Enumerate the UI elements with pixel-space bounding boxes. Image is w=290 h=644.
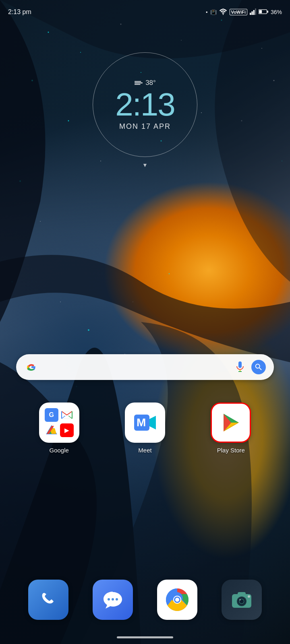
playstore-label: Play Store	[217, 447, 245, 454]
svg-point-43	[108, 598, 110, 601]
clock-date: MON 17 APR	[119, 122, 171, 131]
google-icon: G	[39, 402, 79, 443]
google-label: Google	[49, 447, 68, 454]
playstore-triangle	[219, 411, 243, 435]
phone-svg	[38, 590, 58, 610]
status-bar: 2:13 pm • 📳 VoWiFi	[0, 0, 290, 24]
chrome-svg	[164, 586, 191, 613]
playstore-icon	[211, 402, 251, 443]
app-phone[interactable]	[28, 580, 68, 620]
svg-rect-31	[267, 10, 268, 12]
wind-icon	[134, 80, 143, 86]
messages-icon	[93, 580, 133, 620]
svg-rect-26	[250, 12, 251, 14]
signal-icon	[250, 8, 256, 16]
svg-point-50	[175, 598, 179, 602]
svg-rect-52	[238, 592, 246, 596]
clock-chevron: ▼	[142, 162, 148, 168]
battery-icon	[259, 9, 268, 16]
svg-rect-27	[251, 11, 253, 15]
meet-label: Meet	[138, 447, 151, 454]
svg-text:M: M	[137, 416, 146, 429]
temperature: 38°	[145, 79, 156, 87]
mic-icon	[235, 361, 245, 373]
svg-rect-29	[255, 8, 256, 15]
svg-point-44	[112, 598, 114, 601]
status-time: 2:13 pm	[8, 8, 31, 16]
wifi-icon	[219, 8, 227, 16]
messages-svg	[102, 589, 124, 610]
app-google[interactable]: G	[39, 402, 79, 454]
svg-point-57	[239, 599, 241, 601]
clock-widget: 38° 2:13 MON 17 APR ▼	[0, 52, 290, 168]
lens-icon	[254, 363, 263, 372]
mic-button[interactable]	[234, 361, 246, 374]
gmail-icon	[60, 408, 74, 422]
svg-rect-28	[253, 10, 255, 15]
app-camera[interactable]	[222, 580, 262, 620]
app-messages[interactable]	[93, 580, 133, 620]
youtube-icon: ▶	[60, 423, 74, 437]
svg-point-45	[116, 598, 118, 601]
home-indicator	[117, 636, 173, 638]
app-meet[interactable]: M Meet	[125, 402, 165, 454]
app-chrome[interactable]	[157, 580, 197, 620]
vibrate-icon: 📳	[210, 9, 217, 15]
svg-rect-32	[259, 10, 262, 13]
clock-circle: 38° 2:13 MON 17 APR	[93, 52, 197, 157]
meet-inner: M	[131, 409, 159, 437]
chrome-icon	[157, 580, 197, 620]
dot-icon: •	[206, 9, 208, 15]
app-grid: G	[0, 402, 290, 454]
svg-rect-36	[238, 361, 242, 368]
camera-svg	[230, 590, 253, 609]
status-icons: • 📳 VoWiFi 36%	[206, 8, 282, 16]
drive-icon	[45, 423, 58, 437]
svg-point-25	[222, 14, 224, 15]
search-bar[interactable]	[16, 354, 274, 380]
google-g: G	[45, 408, 58, 422]
app-playstore[interactable]: Play Store	[211, 402, 251, 454]
meet-icon: M	[125, 402, 165, 443]
google-suite-grid: G	[38, 402, 80, 444]
phone-icon	[28, 580, 68, 620]
weather-line: 38°	[134, 79, 156, 87]
battery-percent: 36%	[271, 9, 282, 15]
vowifi-label: VoWiFi	[230, 9, 247, 15]
svg-point-58	[248, 595, 250, 598]
clock-time: 2:13	[115, 89, 175, 121]
lens-button[interactable]	[251, 360, 266, 374]
camera-icon	[222, 580, 262, 620]
google-logo	[24, 360, 39, 374]
dock	[0, 580, 290, 620]
